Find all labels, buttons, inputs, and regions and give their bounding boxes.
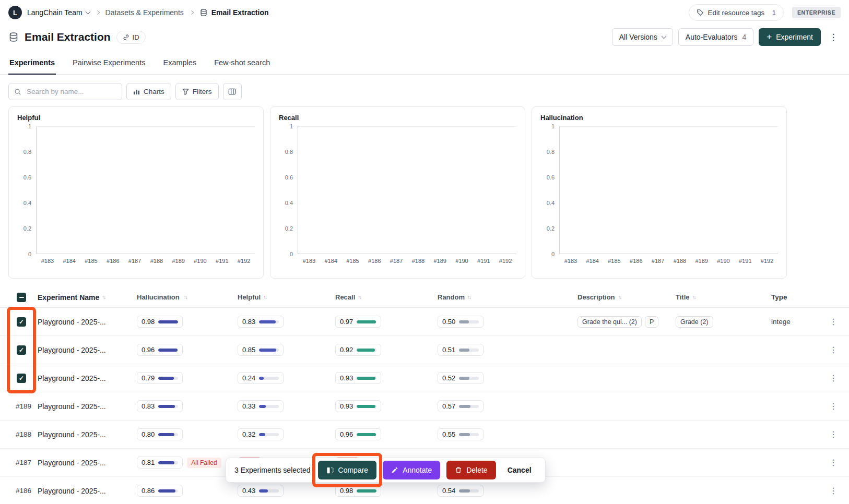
metric-value: 0.57 [442,402,455,410]
search-input[interactable] [26,87,116,96]
description-cell: Grade the qui... (2)P [577,316,676,328]
auto-evaluators-button[interactable]: Auto-Evaluators 4 [678,28,753,46]
metric-value: 0.93 [340,374,353,382]
random-score-pill: 0.54 [438,485,484,497]
row-kebab-button[interactable]: ⋮ [826,400,841,412]
column-header-title[interactable]: Title↑↓ [676,293,771,301]
row-kebab-button[interactable]: ⋮ [826,485,841,497]
tab-examples[interactable]: Examples [162,52,197,75]
table-row[interactable]: Playground - 2025-...0.790.240.930.52⋮ [0,364,849,392]
select-all-checkbox[interactable] [17,293,26,302]
column-header-recall[interactable]: Recall↑↓ [335,293,438,301]
x-tick-label: #187 [385,258,407,264]
charts-toggle-button[interactable]: Charts [126,83,171,100]
x-tick-label: #183 [298,258,320,264]
random-cell: 0.52 [438,372,577,384]
sort-icon: ↑↓ [467,294,470,300]
compare-label: Compare [338,466,369,474]
experiment-name[interactable]: Playground - 2025-... [38,374,137,382]
chevron-right-icon [190,10,194,15]
x-axis-labels: #183#184#185#186#187#188#189#190#191#192 [298,258,516,264]
recall-cell: 0.96 [335,428,438,440]
annotate-button[interactable]: Annotate [383,461,440,479]
random-cell: 0.57 [438,400,577,412]
column-header-experiment-name[interactable]: Experiment Name↑↓ [38,293,137,302]
metric-bar-fill [158,349,177,352]
experiment-name[interactable]: Playground - 2025-... [38,318,137,326]
delete-label: Delete [466,466,487,474]
y-axis: 00.20.40.60.81 [279,126,298,254]
y-tick-label: 0.6 [285,174,293,181]
metric-bar-track [259,377,279,380]
column-header-type[interactable]: Type [771,293,822,301]
breadcrumb-datasets[interactable]: Datasets & Experiments [105,8,184,17]
experiment-name[interactable]: Playground - 2025-... [38,402,137,411]
random-cell: 0.55 [438,428,577,440]
row-checkbox[interactable] [17,374,26,383]
columns-button[interactable] [223,83,242,100]
charts-row: Helpful 00.20.40.60.81 #183#184#185#186#… [8,106,841,279]
column-header-hallucination[interactable]: Hallucination↑↓ [137,293,238,301]
column-header-random[interactable]: Random↑↓ [438,293,577,301]
helpful-score-pill: 0.43 [238,485,284,497]
metric-bar-track [357,433,376,436]
x-tick-label: #185 [80,258,102,264]
metric-bar-track [158,377,178,380]
x-tick-label: #189 [168,258,190,264]
metric-bar-track [459,489,479,493]
metric-value: 0.98 [340,487,353,495]
more-options-button[interactable]: ⋮ [826,28,841,46]
sort-icon: ↑↓ [102,294,105,300]
tab-few-shot-search[interactable]: Few-shot search [213,52,271,75]
experiment-name[interactable]: Playground - 2025-... [38,430,137,439]
edit-resource-tags-button[interactable]: Edit resource tags 1 [689,4,784,21]
experiment-name[interactable]: Playground - 2025-... [38,487,137,495]
row-kebab-button[interactable]: ⋮ [826,457,841,469]
metric-bar-fill [459,489,470,493]
row-checkbox[interactable] [17,317,26,327]
tab-bar: Experiments Pairwise Experiments Example… [0,52,849,75]
chevron-down-icon [661,33,666,39]
metric-value: 0.86 [142,487,155,495]
versions-dropdown[interactable]: All Versions [612,28,673,46]
org-avatar[interactable]: L [8,6,22,19]
column-header-helpful[interactable]: Helpful↑↓ [238,293,335,301]
row-menu-cell: ⋮ [822,428,841,440]
experiments-toolbar: Charts Filters [8,83,841,100]
table-row[interactable]: #188Playground - 2025-...0.800.320.960.5… [0,421,849,449]
row-menu-cell: ⋮ [822,344,841,356]
copy-id-chip[interactable]: ID [116,31,146,44]
experiment-number: #187 [16,459,31,466]
experiment-name[interactable]: Playground - 2025-... [38,459,137,467]
search-box[interactable] [8,83,122,100]
row-checkbox[interactable] [17,345,26,355]
filters-button[interactable]: Filters [175,83,219,100]
metric-bar-track [459,349,479,352]
random-score-pill: 0.52 [438,372,484,384]
row-kebab-button[interactable]: ⋮ [826,316,841,328]
tab-pairwise-experiments[interactable]: Pairwise Experiments [72,52,146,75]
charts-label: Charts [144,88,164,95]
tab-experiments[interactable]: Experiments [8,52,56,75]
table-row[interactable]: #189Playground - 2025-...0.830.330.930.5… [0,392,849,421]
x-tick-label: #186 [102,258,124,264]
x-tick-label: #192 [756,258,778,264]
compare-button[interactable]: Compare [318,461,377,479]
experiment-name[interactable]: Playground - 2025-... [38,346,137,354]
table-row[interactable]: Playground - 2025-...0.980.830.970.50Gra… [0,308,849,336]
column-header-description[interactable]: Description↑↓ [577,293,676,301]
row-kebab-button[interactable]: ⋮ [826,372,841,384]
row-kebab-button[interactable]: ⋮ [826,344,841,356]
trash-icon [455,466,462,474]
cancel-button[interactable]: Cancel [504,465,535,475]
row-menu-cell: ⋮ [822,316,841,328]
row-kebab-button[interactable]: ⋮ [826,428,841,440]
new-experiment-button[interactable]: + Experiment [759,28,821,46]
delete-button[interactable]: Delete [446,461,496,479]
metric-bar-track [158,320,178,323]
metric-value: 0.32 [242,430,255,438]
team-switcher[interactable]: LangChain Team [27,8,90,17]
table-row[interactable]: Playground - 2025-...0.960.850.920.51⋮ [0,336,849,364]
search-icon [14,88,21,95]
recall-cell: 0.93 [335,372,438,384]
